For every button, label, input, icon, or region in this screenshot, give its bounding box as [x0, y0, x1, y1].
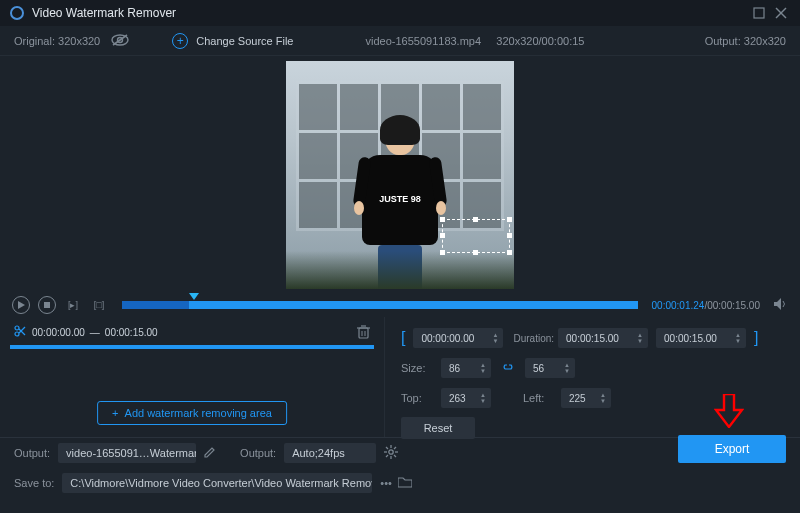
output-file-label: Output:: [14, 447, 50, 459]
size-width-input[interactable]: 86▲▼: [441, 358, 491, 378]
svg-rect-7: [44, 302, 50, 308]
svg-point-18: [389, 449, 393, 453]
delete-segment-button[interactable]: [357, 325, 370, 341]
svg-rect-0: [754, 8, 764, 18]
svg-rect-13: [359, 328, 368, 338]
browse-button[interactable]: •••: [380, 477, 392, 489]
settings-button[interactable]: [384, 445, 398, 462]
size-label: Size:: [401, 362, 433, 374]
edit-filename-button[interactable]: [204, 446, 216, 460]
segments-panel: 00:00:00.00 — 00:00:15.00 + Add watermar…: [0, 317, 385, 437]
minimize-button[interactable]: [748, 2, 770, 24]
svg-line-23: [386, 447, 388, 449]
output-format-field[interactable]: Auto;24fps: [284, 443, 376, 463]
range-start: 00:00:00.00: [32, 327, 85, 338]
bracket-end-icon[interactable]: ]: [754, 329, 758, 347]
header-row: Original: 320x320 + Change Source File v…: [0, 26, 800, 56]
segment-range-bar[interactable]: [10, 345, 374, 349]
svg-line-25: [394, 447, 396, 449]
callout-arrow-icon: [714, 394, 744, 430]
change-source-label: Change Source File: [196, 35, 293, 47]
svg-line-26: [386, 455, 388, 457]
preview-area: JUSTE 98: [0, 56, 800, 293]
change-source-button[interactable]: + Change Source File: [172, 33, 293, 49]
svg-line-24: [394, 455, 396, 457]
close-button[interactable]: [770, 2, 792, 24]
add-watermark-area-button[interactable]: + Add watermark removing area: [97, 401, 287, 425]
output-dimensions: Output: 320x320: [705, 35, 786, 47]
save-to-label: Save to:: [14, 477, 54, 489]
duration-input[interactable]: 00:00:15.00▲▼: [558, 328, 648, 348]
svg-marker-8: [774, 298, 781, 310]
play-button[interactable]: [12, 296, 30, 314]
mark-in-button[interactable]: [▸]: [64, 296, 82, 314]
plus-icon: +: [112, 407, 118, 419]
top-label: Top:: [401, 392, 433, 404]
playhead-icon[interactable]: [189, 293, 199, 300]
visibility-toggle-icon[interactable]: [110, 33, 130, 49]
timecode: 00:00:01.24/00:00:15.00: [652, 300, 760, 311]
top-input[interactable]: 263▲▼: [441, 388, 491, 408]
duration-label: Duration:: [513, 333, 554, 344]
app-logo-icon: [10, 6, 24, 20]
end-time-input[interactable]: 00:00:15.00▲▼: [656, 328, 746, 348]
timeline[interactable]: [122, 298, 638, 312]
mark-out-button[interactable]: [□]: [90, 296, 108, 314]
plus-circle-icon: +: [172, 33, 188, 49]
left-label: Left:: [523, 392, 553, 404]
size-height-input[interactable]: 56▲▼: [525, 358, 575, 378]
svg-point-9: [15, 326, 19, 330]
playback-bar: [▸] [□] 00:00:01.24/00:00:15.00: [0, 293, 800, 317]
export-button[interactable]: Export: [678, 435, 786, 463]
save-path-field[interactable]: C:\Vidmore\Vidmore Video Converter\Video…: [62, 473, 372, 493]
volume-icon[interactable]: [774, 298, 788, 313]
bottom-bar: Output: video-1655091…Watermark.mp4 Outp…: [0, 437, 800, 498]
cut-icon[interactable]: [14, 325, 26, 339]
bracket-start-icon[interactable]: [: [401, 329, 405, 347]
video-canvas[interactable]: JUSTE 98: [286, 61, 514, 289]
link-icon[interactable]: [501, 362, 515, 374]
start-time-input[interactable]: 00:00:00.00▲▼: [413, 328, 503, 348]
range-end: 00:00:15.00: [105, 327, 158, 338]
watermark-selection[interactable]: [442, 219, 510, 253]
reset-button[interactable]: Reset: [401, 417, 475, 439]
titlebar: Video Watermark Remover: [0, 0, 800, 26]
open-folder-button[interactable]: [398, 477, 412, 490]
output-filename-field[interactable]: video-1655091…Watermark.mp4: [58, 443, 196, 463]
output-format-label: Output:: [240, 447, 276, 459]
stop-button[interactable]: [38, 296, 56, 314]
svg-point-10: [15, 332, 19, 336]
original-label: Original: 320x320: [14, 35, 100, 47]
app-title: Video Watermark Remover: [32, 6, 176, 20]
left-input[interactable]: 225▲▼: [561, 388, 611, 408]
file-info: video-1655091183.mp4 320x320/00:00:15: [365, 35, 584, 47]
svg-marker-6: [18, 301, 25, 309]
